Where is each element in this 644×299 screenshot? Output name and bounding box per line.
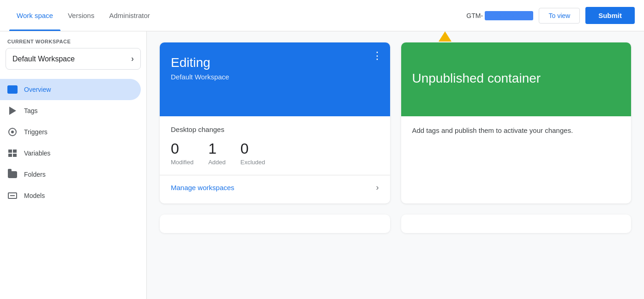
header-right: GTM-XXXXXXX To view Submit [466,7,635,24]
editing-card-title: Editing [171,55,379,70]
models-icon [7,191,18,201]
stat-excluded-number: 0 [241,141,265,157]
tab-versions[interactable]: Versions [60,0,102,31]
tab-workspace[interactable]: Work space [9,0,60,31]
main-content: Editing Default Workspace ⋮ Desktop chan… [147,31,644,299]
current-workspace-label: CURRENT WORKSPACE [0,39,146,48]
manage-chevron-icon: › [376,183,379,192]
editing-card-subtitle: Default Workspace [171,73,379,81]
gtm-id-display: GTM-XXXXXXX [466,11,533,20]
nav-label-folders: Folders [24,171,46,178]
stats-row: 0 Modified 1 Added 0 Excluded [171,141,379,166]
stat-excluded-label: Excluded [241,159,265,166]
stat-excluded: 0 Excluded [241,141,265,166]
sidebar-item-variables[interactable]: Variables [0,143,141,164]
submit-button[interactable]: Submit [585,7,635,24]
stat-added-label: Added [208,159,226,166]
unpublished-card: Unpublished container Add tags and publi… [401,42,632,203]
nav-label-triggers: Triggers [24,128,48,136]
folders-icon [7,169,18,179]
overview-icon [7,84,18,95]
sidebar-item-models[interactable]: Models [0,185,141,206]
changes-label: Desktop changes [171,126,379,133]
unpublished-description: Add tags and publish them to activate yo… [412,126,620,136]
nav-label-overview: Overview [24,86,51,93]
unpublished-card-header: Unpublished container [401,42,632,116]
unpublished-card-body: Add tags and publish them to activate yo… [401,116,632,145]
cards-row: Editing Default Workspace ⋮ Desktop chan… [160,42,631,203]
bottom-card-right [401,215,632,233]
nav-label-tags: Tags [24,107,38,114]
stat-added: 1 Added [208,141,226,166]
editing-card-menu-button[interactable]: ⋮ [372,50,383,62]
workspace-selector[interactable]: Default Workspace › [6,48,141,70]
sidebar-item-folders[interactable]: Folders [0,164,141,185]
sidebar-item-tags[interactable]: Tags [0,100,141,121]
stat-modified-number: 0 [171,141,193,157]
sidebar: CURRENT WORKSPACE Default Workspace › Ov… [0,31,147,299]
tags-icon [7,106,18,116]
workspace-chevron-icon: › [131,54,134,64]
editing-card: Editing Default Workspace ⋮ Desktop chan… [160,42,390,203]
stat-modified: 0 Modified [171,141,193,166]
sidebar-item-triggers[interactable]: Triggers [0,121,141,143]
manage-workspaces-link[interactable]: Manage workspaces › [171,175,379,194]
gtm-id-value: XXXXXXX [485,11,533,20]
layout: CURRENT WORKSPACE Default Workspace › Ov… [0,31,644,299]
triggers-icon [7,127,18,137]
bottom-card-left [160,215,390,233]
to-view-button[interactable]: To view [539,8,580,24]
workspace-name: Default Workspace [12,55,75,63]
tab-administrator[interactable]: Administrator [102,0,157,31]
stat-modified-label: Modified [171,159,193,166]
sidebar-item-overview[interactable]: Overview [0,79,141,100]
stat-added-number: 1 [208,141,226,157]
cards-row-bottom [160,215,631,233]
header: Work space Versions Administrator GTM-XX… [0,0,644,31]
editing-card-header: Editing Default Workspace ⋮ [160,42,390,116]
header-tabs: Work space Versions Administrator [9,0,466,31]
nav-label-variables: Variables [24,150,50,157]
editing-card-body: Desktop changes 0 Modified 1 Added 0 Exc [160,116,390,203]
unpublished-card-title: Unpublished container [412,71,541,86]
arrow-indicator [439,31,451,42]
nav-label-models: Models [24,192,45,199]
variables-icon [7,148,18,158]
